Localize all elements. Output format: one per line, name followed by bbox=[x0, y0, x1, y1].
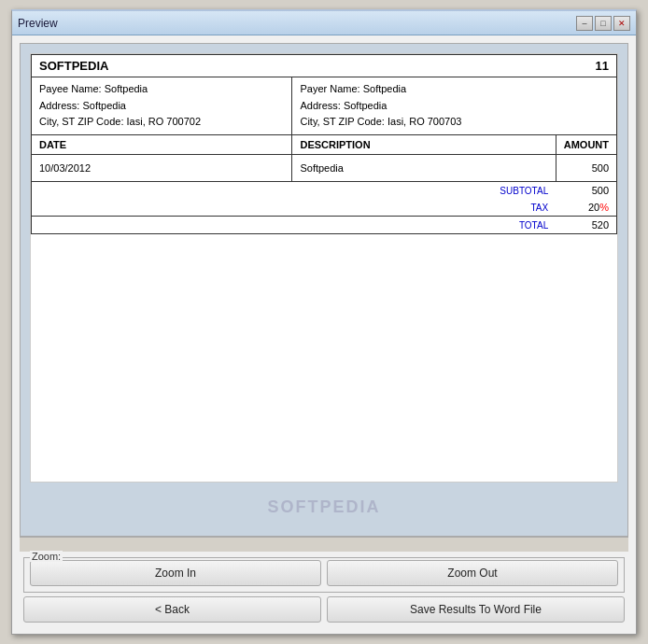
close-button[interactable]: ✕ bbox=[613, 16, 630, 31]
payer-address: Address: Softpedia bbox=[300, 98, 609, 115]
invoice-data-row: 10/03/2012 Softpedia 500 bbox=[32, 154, 617, 181]
payer-city: City, ST ZIP Code: Iasi, RO 700703 bbox=[300, 114, 609, 131]
watermark: SOFTPEDIA bbox=[267, 497, 380, 517]
company-name: SOFTPEDIA bbox=[39, 59, 108, 73]
subtotal-label: SUBTOTAL bbox=[500, 186, 548, 196]
horizontal-scrollbar[interactable] bbox=[20, 537, 628, 552]
invoice-table: SOFTPEDIA 11 Payee Name: Softpedia Addre… bbox=[31, 54, 617, 234]
back-button[interactable]: < Back bbox=[23, 596, 321, 623]
total-label: TOTAL bbox=[519, 220, 548, 231]
payee-city: City, ST ZIP Code: Iasi, RO 700702 bbox=[39, 114, 284, 131]
row-description: Softpedia bbox=[300, 162, 343, 174]
tax-label: TAX bbox=[530, 203, 548, 213]
invoice-preview: SOFTPEDIA 11 Payee Name: Softpedia Addre… bbox=[30, 53, 618, 483]
zoom-out-button[interactable]: Zoom Out bbox=[327, 560, 618, 586]
window-title: Preview bbox=[18, 17, 58, 30]
invoice-header-row: SOFTPEDIA 11 bbox=[32, 55, 617, 77]
bottom-section: Zoom: Zoom In Zoom Out < Back Save Resul… bbox=[20, 552, 628, 626]
col-date: DATE bbox=[39, 139, 66, 150]
titlebar: Preview – □ ✕ bbox=[12, 11, 636, 35]
tax-row: TAX 20% bbox=[32, 199, 617, 217]
invoice-number: 11 bbox=[596, 59, 609, 73]
minimize-button[interactable]: – bbox=[576, 16, 593, 31]
column-header-row: DATE DESCRIPTION AMOUNT bbox=[32, 134, 617, 154]
save-button[interactable]: Save Results To Word File bbox=[327, 596, 625, 623]
payee-address: Address: Softpedia bbox=[39, 98, 284, 115]
zoom-label: Zoom: bbox=[30, 551, 63, 562]
info-row: Payee Name: Softpedia Address: Softpedia… bbox=[32, 77, 617, 135]
payer-name: Payer Name: Softpedia bbox=[300, 81, 609, 98]
total-row: TOTAL 520 bbox=[32, 216, 617, 233]
subtotal-row: SUBTOTAL 500 bbox=[32, 181, 617, 199]
row-date: 10/03/2012 bbox=[39, 162, 91, 174]
zoom-buttons: Zoom In Zoom Out bbox=[30, 560, 618, 586]
tax-percent: % bbox=[599, 202, 609, 213]
row-amount: 500 bbox=[592, 162, 609, 174]
subtotal-value: 500 bbox=[592, 185, 609, 196]
preview-scroll-container[interactable]: SOFTPEDIA 11 Payee Name: Softpedia Addre… bbox=[20, 43, 628, 537]
zoom-group: Zoom: Zoom In Zoom Out bbox=[23, 557, 625, 593]
col-amount: AMOUNT bbox=[564, 139, 609, 150]
maximize-button[interactable]: □ bbox=[595, 16, 612, 31]
content-area: SOFTPEDIA 11 Payee Name: Softpedia Addre… bbox=[12, 35, 636, 634]
total-value: 520 bbox=[592, 219, 609, 231]
bottom-buttons: < Back Save Results To Word File bbox=[23, 596, 625, 623]
tax-value: 20 bbox=[588, 202, 599, 213]
window-controls: – □ ✕ bbox=[576, 16, 630, 31]
preview-window: Preview – □ ✕ SOFTPEDIA 11 bbox=[11, 9, 637, 635]
col-description: DESCRIPTION bbox=[300, 139, 370, 150]
zoom-in-button[interactable]: Zoom In bbox=[30, 560, 321, 586]
payee-name: Payee Name: Softpedia bbox=[39, 81, 284, 98]
